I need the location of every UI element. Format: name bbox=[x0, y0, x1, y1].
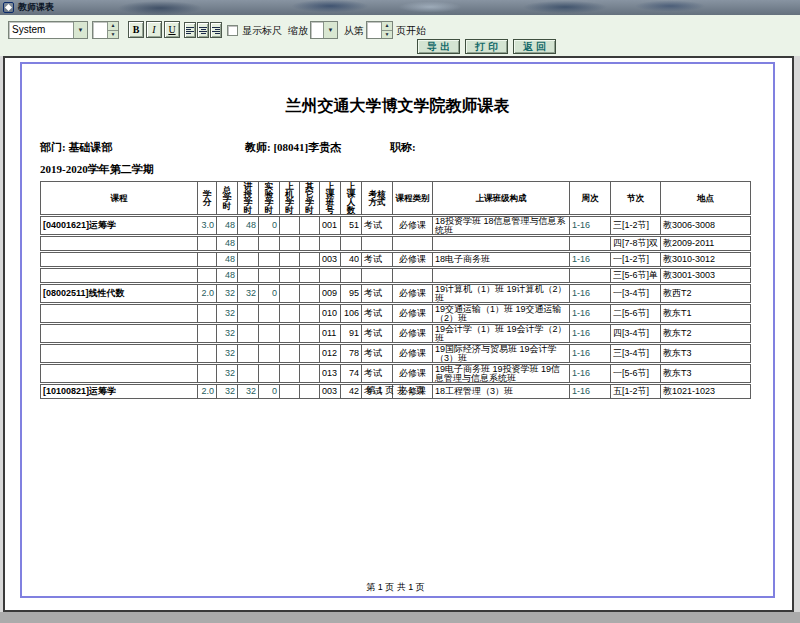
italic-button[interactable]: I bbox=[146, 21, 162, 38]
font-size-value bbox=[93, 22, 107, 38]
table-cell bbox=[280, 364, 300, 383]
table-cell: 013 bbox=[320, 364, 341, 383]
table-cell bbox=[300, 344, 320, 363]
table-cell bbox=[259, 304, 280, 323]
bold-button[interactable]: B bbox=[128, 21, 144, 38]
table-header-cell: 节次 bbox=[611, 181, 661, 215]
font-combo[interactable]: System ▼ bbox=[8, 21, 88, 39]
table-cell: 012 bbox=[320, 344, 341, 363]
table-header-cell: 讲授 学时 bbox=[238, 181, 259, 215]
table-cell: 32 bbox=[238, 284, 259, 303]
table-header-cell: 上课 班号 bbox=[320, 181, 341, 215]
align-left-icon bbox=[186, 26, 195, 35]
table-cell bbox=[341, 268, 362, 283]
table-cell bbox=[238, 364, 259, 383]
show-ruler-checkbox[interactable] bbox=[227, 25, 238, 36]
zoom-combo-dropdown-icon[interactable]: ▼ bbox=[323, 22, 337, 38]
table-cell bbox=[198, 268, 217, 283]
zoom-combo[interactable]: ▼ bbox=[310, 21, 338, 39]
table-row: 48三[5-6节]单教3001-3003 bbox=[40, 268, 751, 283]
table-cell: 考试 bbox=[362, 284, 393, 303]
table-cell: 19交通运输（1）班 19交通运输（2）班 bbox=[433, 304, 570, 323]
align-right-button[interactable] bbox=[210, 22, 222, 38]
zoom-label: 缩放 bbox=[288, 24, 308, 38]
print-button[interactable]: 打 印 bbox=[465, 39, 508, 54]
table-cell: 四[3-4节] bbox=[611, 324, 661, 343]
table-cell bbox=[259, 236, 280, 251]
font-size-spinner[interactable]: ▲ ▼ bbox=[92, 21, 119, 39]
underline-button-label: U bbox=[168, 24, 175, 35]
table-cell bbox=[300, 236, 320, 251]
table-cell: 必修课 bbox=[393, 344, 433, 363]
table-cell: 1-16 bbox=[570, 284, 611, 303]
table-cell: 考试 bbox=[362, 364, 393, 383]
page-footer-bottom: 第 1 页 共 1 页 bbox=[40, 581, 751, 594]
table-cell bbox=[198, 364, 217, 383]
font-size-spin-buttons: ▲ ▼ bbox=[107, 22, 118, 38]
table-cell bbox=[238, 324, 259, 343]
spin-up-icon[interactable]: ▲ bbox=[108, 22, 118, 30]
table-cell bbox=[40, 344, 198, 363]
table-cell bbox=[280, 252, 300, 267]
report-page: 兰州交通大学博文学院教师课表 部门: 基础课部 教师: [08041]李贵杰 职… bbox=[20, 62, 775, 598]
table-cell: 3.0 bbox=[198, 216, 217, 235]
table-cell: 教3001-3003 bbox=[661, 268, 751, 283]
table-cell: 48 bbox=[217, 216, 238, 235]
department-label: 部门: 基础课部 bbox=[40, 140, 112, 155]
table-cell bbox=[259, 324, 280, 343]
table-cell bbox=[570, 268, 611, 283]
schedule-table: 课程学 分总 学时讲授 学时实验 学时上机 学时其它 学时上课 班号上课 人数考… bbox=[40, 180, 751, 400]
spin-up-icon[interactable]: ▲ bbox=[382, 22, 392, 30]
underline-button[interactable]: U bbox=[164, 21, 180, 38]
font-combo-dropdown-icon[interactable]: ▼ bbox=[73, 22, 87, 38]
table-header-cell: 总 学时 bbox=[217, 181, 238, 215]
table-cell: 必修课 bbox=[393, 216, 433, 235]
table-row: [04001621]运筹学3.04848000151考试必修课18投资学班 18… bbox=[40, 216, 751, 235]
start-page-spinner[interactable]: ▲ ▼ bbox=[366, 21, 393, 39]
table-cell: 19计算机（1）班 19计算机（2）班 bbox=[433, 284, 570, 303]
table-header-row: 课程学 分总 学时讲授 学时实验 学时上机 学时其它 学时上课 班号上课 人数考… bbox=[40, 181, 751, 215]
table-cell bbox=[40, 236, 198, 251]
table-cell: 二[5-6节] bbox=[611, 304, 661, 323]
align-center-button[interactable] bbox=[197, 22, 209, 38]
spin-down-icon[interactable]: ▼ bbox=[382, 30, 392, 39]
report-title: 兰州交通大学博文学院教师课表 bbox=[22, 96, 773, 117]
align-left-button[interactable] bbox=[184, 22, 196, 38]
align-center-icon bbox=[199, 26, 208, 35]
table-cell: 1-16 bbox=[570, 252, 611, 267]
table-header-cell: 上课班级构成 bbox=[433, 181, 570, 215]
table-cell: 三[5-6节]单 bbox=[611, 268, 661, 283]
table-cell: 48 bbox=[238, 216, 259, 235]
table-cell: 001 bbox=[320, 216, 341, 235]
rank-label: 职称: bbox=[390, 140, 416, 155]
table-row: 48四[7-8节]双教2009-2011 bbox=[40, 236, 751, 251]
table-cell: 考试 bbox=[362, 344, 393, 363]
title-bar[interactable]: 教师课表 bbox=[0, 0, 800, 15]
table-cell bbox=[280, 236, 300, 251]
table-cell bbox=[259, 268, 280, 283]
table-cell bbox=[198, 252, 217, 267]
table-cell: 19会计学（1）班 19会计学（2）班 bbox=[433, 324, 570, 343]
table-cell: 51 bbox=[341, 216, 362, 235]
table-cell: 1-16 bbox=[570, 324, 611, 343]
table-header-cell: 周次 bbox=[570, 181, 611, 215]
table-cell bbox=[280, 304, 300, 323]
table-cell: 40 bbox=[341, 252, 362, 267]
spin-down-icon[interactable]: ▼ bbox=[108, 30, 118, 39]
table-cell: 四[7-8节]双 bbox=[611, 236, 661, 251]
table-cell: 1-16 bbox=[570, 304, 611, 323]
table-cell: 1-16 bbox=[570, 216, 611, 235]
table-row: 4800340考试必修课18电子商务班1-16一[1-2节]教3010-3012 bbox=[40, 252, 751, 267]
table-cell bbox=[280, 268, 300, 283]
teacher-label: 教师: [08041]李贵杰 bbox=[245, 140, 341, 155]
export-button[interactable]: 导 出 bbox=[417, 39, 460, 54]
table-cell: 0 bbox=[259, 216, 280, 235]
back-button[interactable]: 返 回 bbox=[513, 39, 556, 54]
table-cell bbox=[259, 252, 280, 267]
align-right-icon bbox=[212, 26, 221, 35]
table-cell: 91 bbox=[341, 324, 362, 343]
table-cell: 必修课 bbox=[393, 304, 433, 323]
table-cell bbox=[40, 364, 198, 383]
table-cell: 0 bbox=[259, 284, 280, 303]
toolbar: System ▼ ▲ ▼ B I U bbox=[0, 15, 800, 56]
